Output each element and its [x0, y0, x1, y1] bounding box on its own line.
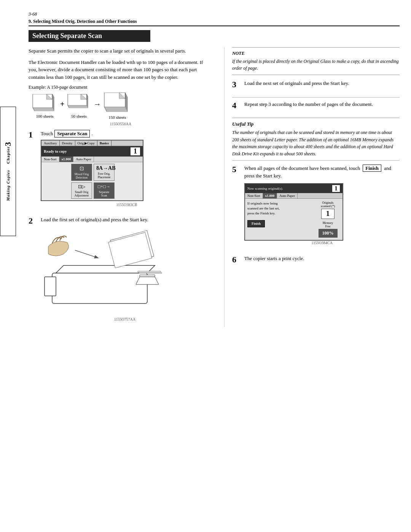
- step-6: 6 The copier starts a print cycle.: [232, 255, 400, 266]
- cs-auto-paper[interactable]: Auto Paper: [73, 157, 94, 162]
- cs-ready-row: Ready to copy 1: [41, 146, 143, 157]
- step-5-number: 5: [232, 165, 241, 174]
- cs-non-sort[interactable]: Non-Sort: [41, 157, 59, 162]
- making-copies-label: Making Copies: [6, 170, 10, 201]
- svg-rect-20: [45, 277, 56, 296]
- step-4: 4 Repeat step 3 according to the number …: [232, 101, 400, 112]
- cs-x1000[interactable]: x1.000: [59, 157, 74, 162]
- step-1-content: Touch Separate Scan . Auxiliary Density …: [41, 130, 213, 211]
- step-3-number: 3: [232, 80, 241, 89]
- stack-50-label: 50 sheets: [71, 114, 87, 118]
- svg-rect-17: [104, 93, 125, 107]
- fs-body-text: If originals now beingscanned are the la…: [247, 201, 313, 238]
- stack-50: 50 sheets: [67, 94, 90, 118]
- note-box: NOTE If the original is placed directly …: [232, 47, 400, 75]
- divider-3-4: [232, 97, 400, 97]
- step-6-text: The copier starts a print cycle.: [244, 255, 400, 262]
- fs-body: If originals now beingscanned are the la…: [245, 199, 342, 240]
- step-3-content: Load the next set of originals and press…: [244, 80, 400, 91]
- intro-para1: Separate Scan permits the copier to scan…: [29, 47, 213, 55]
- step-5: 5 When all pages of the document have be…: [232, 165, 400, 249]
- cs-separate-scan[interactable]: □+□→ SeparateScan: [94, 182, 115, 199]
- arrow-icon: →: [93, 100, 101, 109]
- diagram-code-2: 1155O383CB: [41, 203, 213, 207]
- step-5-text: When all pages of the document have been…: [244, 165, 400, 179]
- step-4-number: 4: [232, 101, 241, 110]
- step-3: 3 Load the next set of originals and pre…: [232, 80, 400, 91]
- fs-scanning-text: Now scanning original(s).: [247, 187, 283, 190]
- cs-icons-row: ⊡ Mixed OrigDetection 8A→AB Free Orig.Pl…: [41, 162, 143, 200]
- fs-non-sort[interactable]: Non-Sort: [245, 193, 263, 198]
- fs-originals-num: 1: [321, 209, 335, 219]
- step-1-touch-line: Touch Separate Scan .: [41, 130, 213, 137]
- fs-instructions: If originals now beingscanned are the la…: [247, 201, 313, 216]
- step-4-content: Repeat step 3 according to the number of…: [244, 101, 400, 112]
- cs-copy-number: 1: [130, 147, 140, 156]
- page-number: 3-68: [29, 11, 400, 17]
- step-2-text: Load the first set of original(s) and pr…: [41, 216, 213, 224]
- diagram-code-1: 1155O556AA: [29, 122, 213, 126]
- paper-stacks-diagram: 100 sheets + 50 sheets: [32, 93, 213, 120]
- cs-tab-density[interactable]: Density: [60, 141, 75, 146]
- two-col-layout: Separate Scan permits the copier to scan…: [29, 47, 400, 327]
- stack-150-icon: [104, 93, 131, 113]
- fs-top-row: Now scanning original(s). 1: [245, 184, 342, 193]
- svg-rect-9: [68, 94, 87, 105]
- svg-rect-19: [52, 273, 147, 304]
- diagram-code-3: 1155O757AA: [37, 317, 213, 321]
- svg-rect-23: [138, 271, 161, 272]
- cs-tab-row: Auxiliary Density Orig.▶Copy Basics: [41, 141, 143, 146]
- cs-free-orig-placement[interactable]: 8A→AB Free Orig.Placement: [94, 164, 115, 181]
- note-text: If the original is placed directly on th…: [232, 58, 400, 72]
- page-title: Selecting Separate Scan: [29, 30, 150, 42]
- step-2: 2 Load the first set of original(s) and …: [29, 216, 213, 321]
- fs-auto-paper[interactable]: Auto Paper: [277, 193, 298, 198]
- fs-originals-label: Originalsscanned (*): [321, 201, 335, 208]
- page-wrapper: 3 Chapter Making Copies 3-68 9. Selectin…: [0, 0, 411, 532]
- diagram-code-4: 1155O384CA: [244, 241, 400, 245]
- step-4-text: Repeat step 3 according to the number of…: [244, 101, 400, 108]
- left-column: Separate Scan permits the copier to scan…: [29, 47, 213, 327]
- touch-word: Touch: [41, 131, 53, 137]
- chapter-number: 3: [3, 142, 13, 146]
- fs-right: Originalsscanned (*) 1 MemoryFree 100%: [315, 201, 340, 238]
- cs-small-orig-adjustment[interactable]: ⊡▷ Small OrigAdjustment: [71, 182, 92, 199]
- cs-tab-basics[interactable]: Basics: [97, 141, 112, 146]
- plus-icon: +: [60, 100, 64, 109]
- svg-rect-4: [33, 94, 53, 108]
- finish-screen-button[interactable]: Finish: [247, 220, 265, 227]
- section-heading: 9. Selecting Mixed Orig. Detection and O…: [29, 19, 400, 26]
- stack-150: 150 sheets: [104, 93, 131, 120]
- step-5-before: When all pages of the document have been…: [244, 165, 360, 171]
- svg-rect-22: [139, 272, 162, 273]
- stack-50-icon: [67, 94, 90, 112]
- note-title: NOTE: [232, 51, 400, 56]
- fs-memory-label: MemoryFree: [323, 221, 333, 228]
- chapter-label: Chapter: [6, 146, 10, 164]
- step-1-number: 1: [29, 131, 37, 139]
- fs-copy-num: 1: [332, 185, 340, 192]
- step-6-content: The copier starts a print cycle.: [244, 255, 400, 266]
- finish-button-inline[interactable]: Finish: [363, 165, 381, 172]
- cs-mixed-orig-detection[interactable]: ⊡ Mixed OrigDetection: [71, 164, 92, 181]
- step-2-content: Load the first set of original(s) and pr…: [41, 216, 213, 321]
- svg-rect-21: [140, 275, 155, 277]
- fs-x1000[interactable]: x1.000: [263, 193, 277, 198]
- cs-tab-orig-copy[interactable]: Orig.▶Copy: [75, 141, 97, 146]
- useful-tip-text: The number of originals that can be scan…: [232, 129, 400, 157]
- scanner-diagram-icon: [37, 227, 166, 315]
- stack-100: 100 sheets: [32, 94, 57, 118]
- cs-ready-text: Ready to copy: [44, 149, 67, 153]
- step-1: 1 Touch Separate Scan . Auxiliary Densit…: [29, 130, 213, 211]
- intro-para2: The Electronic Document Handler can be l…: [29, 59, 213, 81]
- separate-scan-button[interactable]: Separate Scan: [54, 130, 90, 137]
- cs-tab-auxiliary[interactable]: Auxiliary: [41, 141, 60, 146]
- fs-sort-row: Non-Sort x1.000 Auto Paper: [245, 193, 342, 199]
- side-tab: 3 Chapter Making Copies: [0, 107, 16, 236]
- finish-screen: Now scanning original(s). 1 Non-Sort x1.…: [244, 183, 343, 241]
- step-3-text: Load the next set of originals and press…: [244, 80, 400, 87]
- cs-sort-row: Non-Sort x1.000 Auto Paper: [41, 157, 143, 162]
- main-content: 3-68 9. Selecting Mixed Orig. Detection …: [21, 0, 411, 532]
- right-column: NOTE If the original is placed directly …: [224, 47, 400, 327]
- useful-tip-title: Useful Tip: [232, 121, 400, 127]
